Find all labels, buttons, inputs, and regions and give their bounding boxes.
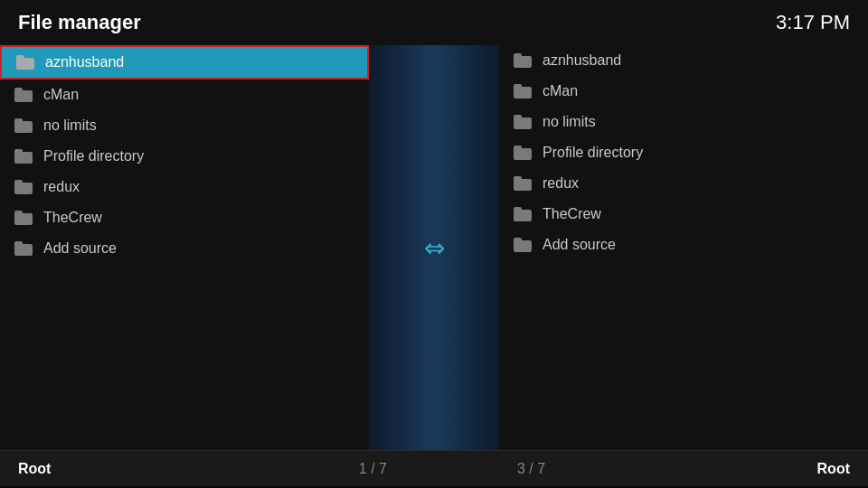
item-label: TheCrew — [542, 206, 601, 222]
item-label: Add source — [43, 240, 117, 257]
folder-icon — [514, 115, 532, 129]
app-title: File manager — [18, 11, 141, 34]
list-item[interactable]: no limits — [499, 107, 868, 137]
list-item[interactable]: aznhusband — [0, 45, 369, 80]
folder-icon — [14, 241, 33, 256]
left-count: 1 / 7 — [359, 461, 387, 477]
item-label: Add source — [542, 237, 616, 253]
folder-icon — [514, 145, 532, 160]
left-root-label: Root — [18, 461, 51, 477]
list-item[interactable]: redux — [499, 168, 868, 199]
item-label: cMan — [542, 83, 578, 99]
folder-icon — [514, 207, 532, 221]
list-item[interactable]: aznhusband — [499, 45, 868, 76]
list-item[interactable]: cMan — [499, 76, 868, 107]
folder-icon — [514, 238, 532, 252]
item-label: Profile directory — [542, 145, 643, 161]
item-label: redux — [43, 179, 80, 195]
right-file-list: aznhusband cMan no limits Profile direct… — [499, 45, 868, 260]
item-label: Profile directory — [43, 148, 144, 164]
folder-icon — [514, 53, 532, 68]
clock: 3:17 PM — [776, 11, 850, 34]
left-panel: aznhusband cMan no limits Profile direct… — [0, 45, 369, 450]
item-label: cMan — [43, 87, 79, 103]
center-divider: ⇔ — [369, 45, 499, 450]
list-item[interactable]: TheCrew — [499, 199, 868, 230]
list-item[interactable]: cMan — [0, 80, 369, 110]
right-root-label: Root — [817, 461, 850, 477]
main-content: aznhusband cMan no limits Profile direct… — [0, 45, 868, 450]
item-label: no limits — [542, 114, 596, 130]
list-item[interactable]: Profile directory — [499, 137, 868, 168]
item-label: aznhusband — [542, 52, 621, 69]
left-file-list: aznhusband cMan no limits Profile direct… — [0, 45, 369, 264]
folder-icon — [14, 149, 33, 164]
folder-icon — [14, 88, 33, 102]
folder-icon — [514, 84, 532, 99]
item-label: redux — [542, 175, 579, 192]
right-count: 3 / 7 — [517, 461, 545, 477]
footer: Root 1 / 7 3 / 7 Root — [0, 450, 868, 486]
list-item[interactable]: no limits — [0, 110, 369, 141]
item-label: TheCrew — [43, 210, 102, 226]
item-label: aznhusband — [45, 54, 124, 70]
list-item[interactable]: redux — [0, 172, 369, 202]
footer-right: 3 / 7 Root — [517, 461, 850, 477]
right-panel: aznhusband cMan no limits Profile direct… — [499, 45, 868, 450]
list-item[interactable]: Add source — [499, 230, 868, 260]
swap-icon: ⇔ — [424, 233, 445, 263]
folder-icon — [16, 55, 34, 70]
footer-left: Root 1 / 7 — [18, 461, 387, 477]
list-item[interactable]: Add source — [0, 233, 369, 264]
folder-icon — [14, 211, 33, 225]
folder-icon — [514, 176, 532, 191]
list-item[interactable]: Profile directory — [0, 141, 369, 172]
header: File manager 3:17 PM — [0, 0, 868, 45]
folder-icon — [14, 180, 33, 194]
list-item[interactable]: TheCrew — [0, 202, 369, 233]
folder-icon — [14, 118, 33, 133]
item-label: no limits — [43, 117, 97, 134]
